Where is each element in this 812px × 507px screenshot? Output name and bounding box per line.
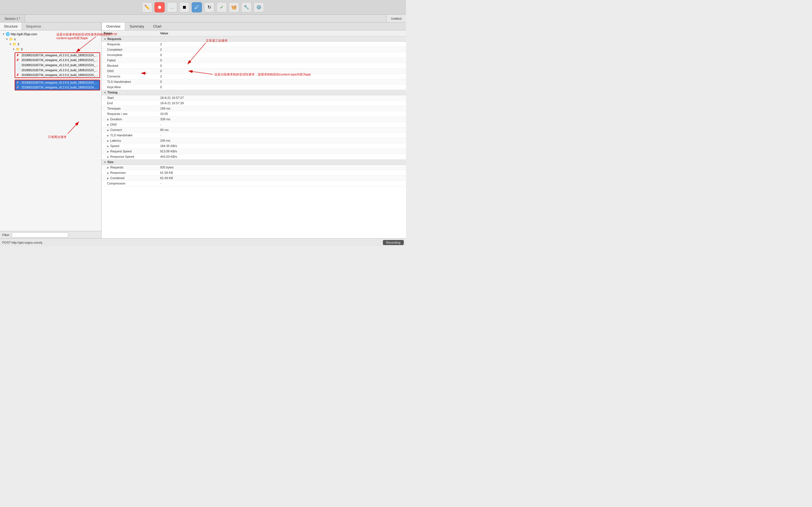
tree-row-file5[interactable]: ✗ 20180810165734_ninegame_v5.2.0.0_build… xyxy=(15,73,100,77)
tree-row-3a[interactable]: ▼ 📁 3 xyxy=(0,42,101,47)
row-response-speed[interactable]: ▶Response Speed 443.03 KB/s xyxy=(101,154,406,159)
tree-arrow-3b[interactable]: ▼ xyxy=(12,48,16,51)
name-timespan: Timespan xyxy=(101,106,158,111)
toggle-requests[interactable]: ▼ xyxy=(104,38,106,41)
row-latency[interactable]: ▶Latency 105 ms xyxy=(101,138,406,144)
toggle-timing[interactable]: ▼ xyxy=(104,91,106,94)
wrench-button[interactable]: 🔧 xyxy=(241,2,252,12)
row-speed[interactable]: ▶Speed 184.35 KB/s xyxy=(101,144,406,149)
row-blocked: Blocked 0 xyxy=(101,63,406,68)
tab-overview[interactable]: Overview xyxy=(101,22,125,30)
row-timespan: Timespan 199 ms xyxy=(101,106,406,111)
name-combined: ▶Combined xyxy=(101,175,158,181)
row-completed: Completed 2 xyxy=(101,47,406,52)
section-requests[interactable]: ▼Requests xyxy=(101,36,406,42)
row-combined[interactable]: ▶Combined 62.49 KB xyxy=(101,175,406,181)
tree-arrow-3a[interactable]: ▼ xyxy=(9,43,12,46)
row-connect[interactable]: ▶Connect 90 ms xyxy=(101,127,406,133)
name-responses: ▶Responses xyxy=(101,170,158,175)
toggle-size[interactable]: ▼ xyxy=(104,161,106,164)
tree-row-file1[interactable]: ✗ 20180810165734_ninegame_v5.2.0.0_build… xyxy=(15,53,100,58)
row-duration[interactable]: ▶Duration 339 ms xyxy=(101,117,406,122)
name-end: End xyxy=(101,101,158,106)
row-incomplete: Incomplete 0 xyxy=(101,52,406,58)
row-requests-total: Requests 2 xyxy=(101,42,406,47)
value-responses: 61.58 KB xyxy=(158,170,406,175)
tree-row-file4[interactable]: 📄 20180810165734_ninegame_v5.2.0.0_build… xyxy=(15,68,100,73)
row-responses[interactable]: ▶Responses 61.58 KB xyxy=(101,170,406,175)
red-border-group-1: ✗ 20180810165734_ninegame_v5.2.0.0_build… xyxy=(15,52,100,78)
right-panel: Overview Summary Chart Name Value xyxy=(101,22,406,238)
stop-button[interactable]: ⏹ xyxy=(179,2,190,12)
recording-button[interactable]: Recording xyxy=(383,240,404,245)
left-tabs-bar: Structure Sequence xyxy=(0,22,101,31)
tree-row-root[interactable]: ▼ 🌐 http://gdl.25pp.com xyxy=(0,32,101,37)
pointer-button[interactable]: 🖊 xyxy=(192,2,202,12)
value-duration: 339 ms xyxy=(158,117,406,122)
tree-arrow-root[interactable]: ▼ xyxy=(2,33,6,36)
tree-label-file2: 20180810165734_ninegame_v5.2.0.0_build_1… xyxy=(21,59,98,62)
tree-row-file7[interactable]: ✗ 20180810165734_ninegame_v5.2.0.0_build… xyxy=(15,85,100,90)
row-request-speed[interactable]: ▶Request Speed 913.09 KB/s xyxy=(101,149,406,154)
tab-structure[interactable]: Structure xyxy=(0,22,22,30)
error-icon-file2: ✗ xyxy=(16,58,21,62)
tree-row-file3[interactable]: 📄 20180810165734_ninegame_v5.2.0.0_build… xyxy=(15,62,100,68)
cloud-button[interactable]: ☁️ xyxy=(167,2,177,12)
folder-icon-3a: 📁 xyxy=(12,42,17,46)
filter-input[interactable] xyxy=(12,232,68,237)
tree-container[interactable]: ▼ 🌐 http://gdl.25pp.com ▼ 📁 s ▼ 📁 3 xyxy=(0,31,101,231)
row-size-requests[interactable]: ▶Requests 935 bytes xyxy=(101,165,406,170)
value-compression: - xyxy=(158,181,406,186)
tree-row-s[interactable]: ▼ 📁 s xyxy=(0,37,101,42)
check-button[interactable]: ✓ xyxy=(216,2,227,12)
error-icon-file1: ✗ xyxy=(16,54,21,57)
tree-row-3b[interactable]: ▼ 📁 3 xyxy=(0,47,101,52)
row-tls-handshake[interactable]: ▶TLS Handshake - xyxy=(101,133,406,138)
gear-button[interactable]: ⚙️ xyxy=(254,2,264,12)
tree-label-s: s xyxy=(14,38,100,41)
value-start: 18-8-21 16:57:27 xyxy=(158,95,406,101)
tab-sequence[interactable]: Sequence xyxy=(22,22,45,30)
session-tab-left[interactable]: Session 1 * xyxy=(0,15,25,22)
record-button[interactable]: ⏺ xyxy=(154,2,165,12)
basket-button[interactable]: 🧺 xyxy=(229,2,239,12)
name-kept-alive: Kept Alive xyxy=(101,84,158,90)
name-dns2: ▶DNS xyxy=(101,122,158,127)
value-connects: 2 xyxy=(158,74,406,79)
value-dns2: - xyxy=(158,122,406,127)
name-requests-total: Requests xyxy=(101,42,158,47)
name-failed: Failed xyxy=(101,58,158,63)
tab-chart[interactable]: Chart xyxy=(149,22,166,30)
tab-summary[interactable]: Summary xyxy=(125,22,149,30)
name-speed: ▶Speed xyxy=(101,144,158,149)
row-dns: DNS 0 xyxy=(101,68,406,74)
row-dns2[interactable]: ▶DNS - xyxy=(101,122,406,127)
name-connect: ▶Connect xyxy=(101,127,158,133)
error-icon-file5: ✗ xyxy=(16,73,21,77)
refresh-button[interactable]: ↻ xyxy=(204,2,214,12)
value-size-requests: 935 bytes xyxy=(158,165,406,170)
globe-icon: 🌐 xyxy=(6,32,10,36)
content-area[interactable]: Name Value ▼Requests Requests 2 xyxy=(101,31,406,238)
tree-arrow-s[interactable]: ▼ xyxy=(6,38,9,41)
row-failed: Failed 0 xyxy=(101,58,406,63)
col-name: Name xyxy=(101,31,158,36)
tree-label-file5: 20180810165734_ninegame_v5.2.0.0_build_1… xyxy=(21,73,98,76)
name-size-requests: ▶Requests xyxy=(101,165,158,170)
main-container: Structure Sequence ▼ 🌐 http://gdl.25pp.c… xyxy=(0,22,406,238)
value-tls-handshakes: 0 xyxy=(158,79,406,84)
name-tls-handshakes: TLS Handshakes xyxy=(101,79,158,84)
value-dns: 0 xyxy=(158,68,406,74)
value-tls-handshake: - xyxy=(158,133,406,138)
session-tab-right[interactable]: Untitled xyxy=(386,15,406,22)
section-timing[interactable]: ▼Timing xyxy=(101,90,406,95)
row-requests-sec: Requests / sec 10.05 xyxy=(101,111,406,117)
section-size[interactable]: ▼Size xyxy=(101,159,406,165)
tree-label-root: http://gdl.25pp.com xyxy=(11,33,100,36)
name-start: Start xyxy=(101,95,158,101)
tree-row-file2[interactable]: ✗ 20180810165734_ninegame_v5.2.0.0_build… xyxy=(15,58,100,62)
value-latency: 105 ms xyxy=(158,138,406,144)
row-end: End 18-8-21 16:57:28 xyxy=(101,101,406,106)
tree-row-file6[interactable]: ✗ 20180810165734_ninegame_v5.2.0.0_build… xyxy=(15,80,100,85)
pen-tool-button[interactable]: ✏️ xyxy=(142,2,152,12)
